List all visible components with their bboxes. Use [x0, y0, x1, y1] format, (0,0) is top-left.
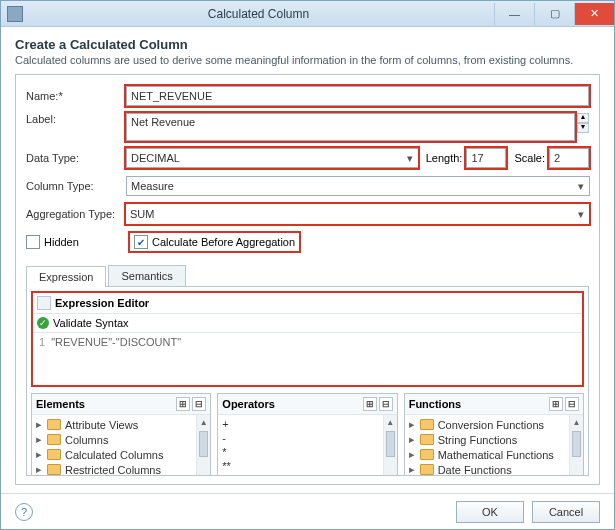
folder-icon — [420, 449, 434, 460]
folder-icon — [420, 464, 434, 475]
datatype-select[interactable] — [126, 148, 419, 168]
expand-all-button[interactable]: ⊞ — [549, 397, 563, 411]
scrollbar[interactable]: ▲▼ — [569, 415, 583, 476]
titlebar[interactable]: Calculated Column — ▢ ✕ — [1, 1, 614, 27]
columntype-select[interactable] — [126, 176, 590, 196]
triangle-right-icon: ▸ — [36, 433, 46, 446]
folder-icon — [420, 434, 434, 445]
expression-textarea[interactable]: 1"REVENUE"-"DISCOUNT" — [33, 333, 582, 385]
list-item[interactable]: - — [222, 431, 394, 445]
window-title: Calculated Column — [23, 7, 494, 21]
folder-icon — [47, 419, 61, 430]
columntype-label: Column Type: — [26, 180, 126, 192]
list-item[interactable]: ** — [222, 459, 394, 473]
page-heading: Create a Calculated Column — [15, 37, 600, 52]
tree-folder[interactable]: ▸Columns — [36, 432, 208, 447]
item-label: Mathematical Functions — [438, 449, 554, 461]
editor-title: Expression Editor — [55, 297, 149, 309]
elements-title: Elements — [36, 398, 85, 410]
triangle-right-icon: ▸ — [409, 418, 419, 431]
item-label: String Functions — [438, 434, 517, 446]
tree-folder[interactable]: ▸Mathematical Functions — [409, 447, 581, 462]
datatype-label: Data Type: — [26, 152, 126, 164]
triangle-right-icon: ▸ — [409, 448, 419, 461]
tree-folder[interactable]: ▸Attribute Views — [36, 417, 208, 432]
tree-folder[interactable]: ▸Date Functions — [409, 462, 581, 476]
form-panel: Name:* Label: Net Revenue ▲ ▼ Data Type:… — [15, 74, 600, 485]
scale-label: Scale: — [514, 152, 545, 164]
triangle-right-icon: ▸ — [409, 433, 419, 446]
calculated-column-dialog: Calculated Column — ▢ ✕ Create a Calcula… — [0, 0, 615, 530]
tree-folder[interactable]: ▸String Functions — [409, 432, 581, 447]
collapse-all-button[interactable]: ⊟ — [565, 397, 579, 411]
hidden-checkbox[interactable] — [26, 235, 40, 249]
collapse-all-button[interactable]: ⊟ — [379, 397, 393, 411]
name-input[interactable] — [126, 86, 589, 106]
item-label: Columns — [65, 434, 108, 446]
expand-all-button[interactable]: ⊞ — [363, 397, 377, 411]
triangle-right-icon: ▸ — [36, 418, 46, 431]
item-label: + — [222, 418, 228, 430]
elements-panel: Elements ⊞ ⊟ ▲▼ ▸Attribute Views▸Columns… — [31, 393, 211, 476]
ok-button[interactable]: OK — [456, 501, 524, 523]
minimize-button[interactable]: — — [494, 3, 534, 25]
tab-semantics[interactable]: Semantics — [108, 265, 185, 286]
folder-icon — [47, 464, 61, 475]
tree-folder[interactable]: ▸Calculated Columns — [36, 447, 208, 462]
list-item[interactable]: + — [222, 417, 394, 431]
calcbefore-label: Calculate Before Aggregation — [152, 236, 295, 248]
item-label: - — [222, 432, 226, 444]
expand-all-button[interactable]: ⊞ — [176, 397, 190, 411]
functions-title: Functions — [409, 398, 462, 410]
tab-expression[interactable]: Expression — [26, 266, 106, 287]
item-label: * — [222, 446, 226, 458]
validate-label: Validate Syntax — [53, 317, 129, 329]
line-number: 1 — [39, 336, 45, 348]
folder-icon — [420, 419, 434, 430]
length-input[interactable] — [466, 148, 506, 168]
tree-folder[interactable]: ▸Conversion Functions — [409, 417, 581, 432]
cancel-button[interactable]: Cancel — [532, 501, 600, 523]
scrollbar[interactable]: ▲▼ — [196, 415, 210, 476]
calcbefore-checkbox[interactable]: ✔ — [134, 235, 148, 249]
scrollbar[interactable]: ▲▼ — [383, 415, 397, 476]
system-icon — [7, 6, 23, 22]
folder-icon — [47, 434, 61, 445]
item-label: Attribute Views — [65, 419, 138, 431]
editor-icon — [37, 296, 51, 310]
hidden-label: Hidden — [44, 236, 130, 248]
item-label: Calculated Columns — [65, 449, 163, 461]
close-button[interactable]: ✕ — [574, 3, 614, 25]
name-label: Name:* — [26, 90, 126, 102]
length-label: Length: — [426, 152, 463, 164]
triangle-right-icon: ▸ — [36, 463, 46, 476]
scale-input[interactable] — [549, 148, 589, 168]
list-item[interactable]: * — [222, 445, 394, 459]
check-icon: ✓ — [37, 317, 49, 329]
item-label: Conversion Functions — [438, 419, 544, 431]
list-item[interactable]: / — [222, 473, 394, 476]
expression-pane: Expression Editor ✓ Validate Syntax 1"RE… — [26, 287, 589, 476]
functions-panel: Functions ⊞ ⊟ ▲▼ ▸Conversion Functions▸S… — [404, 393, 584, 476]
help-button[interactable]: ? — [15, 503, 33, 521]
operators-title: Operators — [222, 398, 275, 410]
label-label: Label: — [26, 113, 126, 125]
label-spin-up[interactable]: ▲ — [577, 113, 589, 123]
label-input[interactable]: Net Revenue — [126, 113, 575, 141]
label-spin-down[interactable]: ▼ — [577, 123, 589, 133]
page-subtitle: Calculated columns are used to derive so… — [15, 54, 600, 66]
item-label: Date Functions — [438, 464, 512, 476]
maximize-button[interactable]: ▢ — [534, 3, 574, 25]
item-label: Restricted Columns — [65, 464, 161, 476]
item-label: / — [222, 474, 225, 476]
aggtype-label: Aggregation Type: — [26, 208, 126, 220]
expression-text: "REVENUE"-"DISCOUNT" — [51, 336, 181, 348]
validate-syntax-button[interactable]: ✓ Validate Syntax — [33, 314, 582, 333]
tree-folder[interactable]: ▸Restricted Columns — [36, 462, 208, 476]
aggtype-select[interactable] — [126, 205, 590, 223]
triangle-right-icon: ▸ — [36, 448, 46, 461]
operators-panel: Operators ⊞ ⊟ ▲▼ +-***/ — [217, 393, 397, 476]
folder-icon — [47, 449, 61, 460]
item-label: ** — [222, 460, 231, 472]
collapse-all-button[interactable]: ⊟ — [192, 397, 206, 411]
